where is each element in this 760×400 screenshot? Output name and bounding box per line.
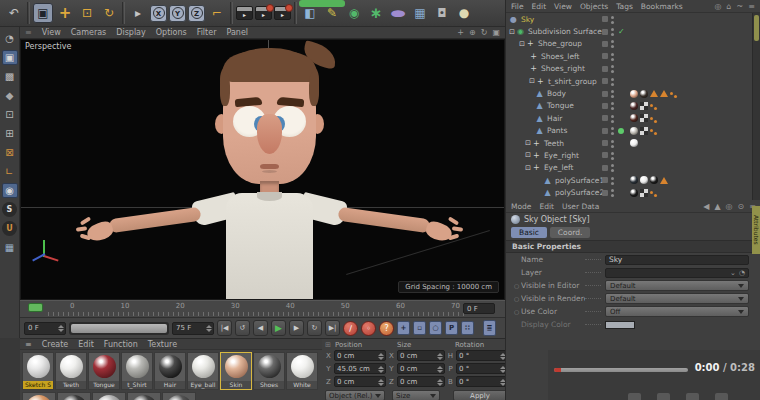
add-floor-button[interactable]: ▦: [410, 3, 430, 23]
visibility-dots[interactable]: [611, 16, 614, 19]
object-manager-menu-item[interactable]: Tags: [616, 2, 633, 11]
render-settings-button[interactable]: ▸: [274, 6, 291, 20]
add-light-button[interactable]: ●: [454, 3, 474, 23]
material-name[interactable]: Hair: [155, 381, 185, 389]
add-sky-button[interactable]: ●: [388, 3, 408, 23]
toolbar-separator[interactable]: [122, 2, 125, 24]
texture-tag-chip[interactable]: [640, 114, 648, 122]
apply-button[interactable]: Apply: [453, 390, 507, 400]
texture-tag-chip[interactable]: [650, 104, 653, 107]
scrollbar-thumb[interactable]: [754, 15, 759, 41]
spinner[interactable]: [378, 353, 384, 360]
search-icon[interactable]: ◎: [726, 202, 733, 211]
material-name[interactable]: Eye_ball: [188, 381, 218, 389]
toggle-view-icon[interactable]: ▣: [492, 28, 500, 37]
record-help-button[interactable]: ?: [379, 321, 394, 336]
rotate-icon[interactable]: ↻: [99, 3, 119, 23]
frame-end-field[interactable]: 75 F: [172, 322, 214, 335]
spinner[interactable]: [378, 366, 384, 373]
keyframe-dot-icon[interactable]: ○: [514, 308, 521, 315]
visibility-toggles[interactable]: [602, 91, 614, 97]
layer-chip[interactable]: [602, 29, 608, 35]
layer-input[interactable]: ⌄ ◔: [605, 268, 749, 278]
dropdown[interactable]: Default: [605, 293, 749, 304]
object-name[interactable]: Subdivision Surface: [528, 27, 602, 36]
dropdown[interactable]: Off: [605, 306, 749, 317]
frame-start-field[interactable]: 0 F: [24, 322, 66, 335]
layer-chip[interactable]: [602, 165, 608, 171]
visibility-toggles[interactable]: [602, 78, 614, 84]
parameter-key-toggle[interactable]: P: [445, 321, 458, 335]
rotation-field[interactable]: 0 °: [456, 350, 508, 361]
texture-tag-chip[interactable]: [630, 90, 638, 98]
material-menu-item[interactable]: Create: [42, 340, 69, 349]
toolbar-separator[interactable]: [230, 2, 233, 24]
last-tool-icon[interactable]: ▸: [128, 3, 148, 23]
texture-mode-icon[interactable]: ▩: [2, 69, 18, 84]
object-name[interactable]: Teeth: [544, 139, 564, 148]
object-name[interactable]: polySurface2: [555, 188, 604, 197]
texture-tag-chip[interactable]: [640, 102, 648, 110]
uv-mode-icon[interactable]: ◆: [2, 88, 18, 103]
snap-icon[interactable]: S: [2, 202, 17, 217]
goto-start-button[interactable]: |◀: [217, 320, 232, 336]
visibility-toggles[interactable]: [602, 29, 614, 35]
material-name[interactable]: t_Shirt: [122, 381, 152, 389]
size-mode-dropdown[interactable]: Size: [392, 390, 440, 400]
enabled-dot-icon[interactable]: [618, 128, 624, 134]
pla-key-toggle[interactable]: ∷: [461, 321, 474, 335]
goto-end-button[interactable]: ▶|: [325, 320, 340, 336]
axis-mode-icon[interactable]: ∟: [2, 164, 18, 179]
visibility-toggles[interactable]: [602, 140, 614, 146]
visibility-dots[interactable]: [611, 53, 614, 56]
material-name[interactable]: Teeth: [56, 381, 86, 389]
attribute-tab[interactable]: Coord.: [550, 227, 591, 238]
object-name[interactable]: t_shirt_group: [548, 77, 597, 86]
visibility-dots[interactable]: [611, 189, 614, 192]
add-array-button[interactable]: ∗: [366, 3, 386, 23]
object-tree-item[interactable]: ▲ Hair: [506, 112, 753, 124]
material-item[interactable]: Teeth: [55, 352, 87, 390]
previous-frame-button[interactable]: ◀: [253, 320, 268, 336]
coord-system-icon[interactable]: ⌐: [207, 3, 227, 23]
dolly-view-icon[interactable]: ⊕: [469, 28, 476, 37]
material-item[interactable]: [57, 392, 91, 400]
visibility-toggles[interactable]: [602, 165, 614, 171]
object-tree-item[interactable]: + Shoes_left: [506, 50, 753, 62]
viewport-solo-icon[interactable]: ◉: [2, 183, 18, 198]
object-tree-item[interactable]: ⊡ + Shoe_group: [506, 38, 753, 50]
object-tree-scrollbar[interactable]: [752, 13, 760, 200]
object-name[interactable]: Eye_right: [544, 151, 579, 160]
object-name[interactable]: Shoes_left: [541, 52, 580, 61]
layer-chip[interactable]: [602, 16, 608, 22]
material-item[interactable]: Sketch S: [22, 352, 54, 390]
pan-view-icon[interactable]: +: [457, 28, 464, 37]
path-icon[interactable]: ~: [737, 2, 744, 11]
texture-tag-chip[interactable]: [640, 176, 648, 184]
viewport-canvas[interactable]: Perspective: [20, 39, 505, 300]
object-tree-item[interactable]: ▲ Pants: [506, 125, 753, 137]
visibility-dots[interactable]: [611, 90, 614, 93]
scale-key-toggle[interactable]: ▫: [413, 321, 426, 335]
add-camera-button[interactable]: ◘: [432, 3, 452, 23]
toolbar-separator[interactable]: [27, 2, 30, 24]
volume-icon[interactable]: [657, 393, 670, 400]
visibility-toggles[interactable]: [602, 16, 614, 22]
material-item[interactable]: Hair: [154, 352, 186, 390]
layer-browser-icon[interactable]: ◔: [739, 269, 745, 277]
material-name[interactable]: Sketch S: [23, 381, 53, 389]
make-editable-icon[interactable]: ◔: [2, 31, 18, 46]
layer-chip[interactable]: [602, 190, 608, 196]
position-field[interactable]: 0 cm: [334, 376, 386, 387]
layer-chip[interactable]: [602, 66, 608, 72]
layer-chip[interactable]: [602, 91, 608, 97]
workplane-icon[interactable]: ▦: [2, 240, 18, 255]
attribute-menu-item[interactable]: User Data: [562, 202, 599, 211]
visibility-dots[interactable]: [611, 115, 614, 118]
object-name[interactable]: Shoes_right: [541, 64, 585, 73]
viewport-menu-item[interactable]: View: [42, 28, 61, 37]
viewport-menu-item[interactable]: Cameras: [71, 28, 107, 37]
enabled-check-icon[interactable]: ✓: [618, 27, 625, 36]
size-field[interactable]: 0 cm: [397, 350, 445, 361]
lock-x-button[interactable]: X: [150, 5, 167, 22]
